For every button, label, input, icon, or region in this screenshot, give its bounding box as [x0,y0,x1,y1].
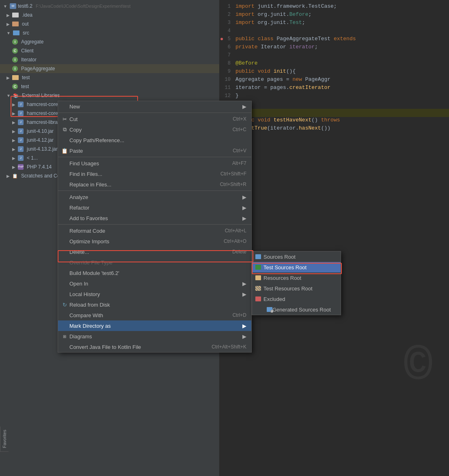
markdiras-label: Mark Directory as [69,323,111,329]
ctx-reloaddisk[interactable]: ↻ Reload from Disk [58,299,251,310]
code-line-6: 6 private Iterator iterator; [219,44,449,52]
overridefiletype-label: Override File Type [69,260,112,266]
paste-icon: 📋 [61,147,68,154]
ctx-convertjava[interactable]: Convert Java File to Kotlin File Ctrl+Al… [58,342,251,352]
ctx-copy[interactable]: ⧉ Copy Ctrl+C [58,124,251,135]
ext-label: External Libraries [22,93,60,98]
ctx-new[interactable]: New ▶ [58,101,251,112]
lt1-icon: J [18,155,24,161]
analyze-label: Analyze [69,194,88,200]
tree-item-test[interactable]: ▶ test [0,73,219,82]
juni2-label: junit-4.12.jar [27,137,54,143]
tree-item-test2[interactable]: C test [0,82,219,91]
ctx-addtofav[interactable]: Add to Favorites ▶ [58,213,251,223]
idea-arrow[interactable]: ▶ [6,13,10,17]
favorites-tab[interactable]: Favorites [0,426,9,452]
juni3-icon: J [18,146,24,152]
tree-item-src[interactable]: ▼ src [0,28,219,37]
ctx-diagrams[interactable]: ⊞ Diagrams ▶ [58,331,251,342]
favorites-label[interactable]: Favorites [0,426,9,452]
line-content-17: } [235,133,447,139]
ctx-findusages[interactable]: Find Usages Alt+F7 [58,158,251,169]
juni2-icon: J [18,137,24,143]
line-num-7: 7 [221,52,235,58]
ctx-refactor[interactable]: Refactor ▶ [58,202,251,213]
copy-label: Copy [69,127,82,133]
ctx-sep3 [58,224,251,225]
line-num-3: 3 [221,20,235,26]
line-content-1: import junit.framework.TestCase; [235,3,447,9]
line-num-2: 2 [221,12,235,17]
ext-arrow[interactable]: ▼ [6,93,11,98]
juni1-label: junit-4.10.jar [27,128,54,134]
ctx-sep2 [58,190,251,191]
ide-watermark: © [404,340,433,395]
code-line-17: 17 } [219,133,449,141]
ctx-openin[interactable]: Open In ▶ [58,278,251,289]
tree-item-root[interactable]: ▼ M test6.2 F:\JavaCode\IJCode\SoftDesig… [0,2,219,11]
tree-item-iterator[interactable]: I Iterator [0,55,219,64]
out-arrow[interactable]: ▶ [6,22,10,26]
sub-testresourcesroot[interactable]: Test Resources Root [252,283,341,294]
comparewith-label: Compare With [69,312,103,318]
src-arrow[interactable]: ▼ [6,31,11,35]
ctx-buildmodule[interactable]: Build Module 'test6.2' [58,268,251,278]
sub-sourcesroot[interactable]: Sources Root [252,251,341,262]
tree-item-aggregate[interactable]: I Aggregate [0,37,219,46]
line-content-15: public void testHaveNext() throws [235,117,447,123]
tree-item-pageaggregate[interactable]: I PageAggregate [0,64,219,73]
cut-shortcut: Ctrl+X [233,116,246,122]
ctx-findinfiles[interactable]: Find in Files... Ctrl+Shift+F [58,169,251,179]
paste-label: Paste [69,148,83,154]
reloaddisk-label: Reload from Disk [69,302,110,308]
line-content-16: assertTrue(iterator.hasNext()) [235,125,447,131]
tree-item-idea[interactable]: ▶ .idea [0,11,219,19]
code-line-9: 9 public void init(){ [219,68,449,76]
sub-generatedsourcesroot[interactable]: ⚙ Generated Sources Root [252,304,341,315]
diagrams-icon: ⊞ [61,333,68,340]
ctx-replaceinfiles[interactable]: Replace in Files... Ctrl+Shift+R [58,179,251,190]
tree-item-external[interactable]: ▼ 📚 External Libraries [0,91,219,100]
new-label: New [69,104,80,110]
ctx-paste[interactable]: 📋 Paste Ctrl+V [58,145,251,156]
line-num-12: 12 [221,93,235,99]
code-line-8: 8 @Before [219,60,449,68]
sub-resourcesroot[interactable]: Resources Root [252,273,341,283]
test-arrow[interactable]: ▶ [6,76,10,80]
ctx-comparewith[interactable]: Compare With Ctrl+D [58,310,251,320]
paste-shortcut: Ctrl+V [233,148,246,154]
client-label: Client [21,48,34,54]
ctx-localhistory[interactable]: Local History ▶ [58,289,251,299]
test2-icon: C [12,84,18,89]
delete-shortcut: Delete [232,249,246,255]
ctx-copypath[interactable]: Copy Path/Reference... [58,135,251,145]
ext-icon: 📚 [13,93,19,98]
sourcesroot-label: Sources Root [263,254,296,260]
client-icon: C [12,48,18,54]
cut-icon: ✂ [61,116,68,122]
line-content-7 [235,52,447,58]
ctx-cut[interactable]: ✂ Cut Ctrl+X [58,114,251,124]
testsourcesroot-label: Test Sources Root [263,264,307,270]
line-content-13 [235,101,447,107]
expand-arrow[interactable]: ▼ [3,4,7,9]
sub-testsourcesroot[interactable]: Test Sources Root [252,262,341,273]
sourcesroot-icon [255,254,261,259]
line-num-9: 9 [221,69,235,74]
tree-item-client[interactable]: C Client [0,46,219,55]
ctx-delete[interactable]: Delete... Delete [58,247,251,257]
sub-excluded[interactable]: Excluded [252,294,341,304]
ctx-markdiras[interactable]: Mark Directory as ▶ [58,320,251,331]
openin-arrow: ▶ [242,281,246,287]
juni1-icon: J [18,128,24,134]
diagrams-label: Diagrams [69,333,92,340]
convertjava-shortcut: Ctrl+Alt+Shift+K [212,344,246,350]
php-label: PHP 7.4.14 [27,164,52,170]
ctx-reformat[interactable]: Reformat Code Ctrl+Alt+L [58,225,251,236]
ctx-overridefiletype[interactable]: Override File Type [58,257,251,268]
tree-item-out[interactable]: ▶ out [0,19,219,28]
ctx-optimizeimports[interactable]: Optimize Imports Ctrl+Alt+O [58,236,251,247]
excluded-label: Excluded [263,296,285,302]
ctx-analyze[interactable]: Analyze ▶ [58,192,251,202]
generatedsourcesroot-icon: ⚙ [267,307,272,312]
